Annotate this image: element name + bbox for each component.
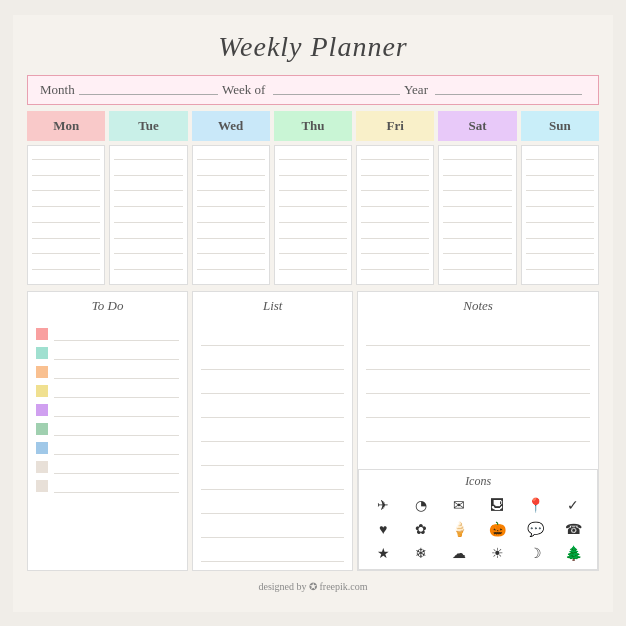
planner-title: Weekly Planner xyxy=(27,31,599,63)
schedule-col-wed xyxy=(192,145,270,285)
todo-item-9 xyxy=(36,479,179,493)
schedule-col-sat xyxy=(438,145,516,285)
todo-item-1 xyxy=(36,327,179,341)
schedule-grid xyxy=(27,145,599,285)
month-label: Month xyxy=(40,82,75,98)
icons-section: Icons ✈ ◔ ✉ ⛾ 📍 ✓ ♥ ✿ 🍦 🎃 💬 ☎ ★ ❄ ☁ xyxy=(358,469,598,570)
todo-item-3 xyxy=(36,365,179,379)
schedule-col-thu xyxy=(274,145,352,285)
bottom-section: To Do xyxy=(27,291,599,571)
day-thu: Thu xyxy=(274,111,352,141)
planner-container: Weekly Planner Month Week of Year Mon Tu… xyxy=(13,15,613,612)
todo-line-2 xyxy=(54,346,179,360)
notes-lines-area xyxy=(358,318,598,465)
todo-item-4 xyxy=(36,384,179,398)
week-of-field: Week of xyxy=(222,82,404,98)
todo-line-3 xyxy=(54,365,179,379)
icon-pumpkin: 🎃 xyxy=(479,519,515,541)
icon-gear: ✿ xyxy=(403,519,439,541)
schedule-col-tue xyxy=(109,145,187,285)
todo-checkbox-6[interactable] xyxy=(36,423,48,435)
list-line-9 xyxy=(201,518,344,538)
notes-line-4 xyxy=(366,398,590,418)
todo-line-9 xyxy=(54,479,179,493)
todo-item-6 xyxy=(36,422,179,436)
year-label: Year xyxy=(404,82,428,98)
icons-header: Icons xyxy=(359,470,597,491)
month-line xyxy=(79,85,218,95)
todo-line-8 xyxy=(54,460,179,474)
day-wed: Wed xyxy=(192,111,270,141)
days-row: Mon Tue Wed Thu Fri Sat Sun xyxy=(27,111,599,141)
icon-snowflake: ❄ xyxy=(403,543,439,565)
list-line-7 xyxy=(201,470,344,490)
schedule-col-mon xyxy=(27,145,105,285)
todo-checkbox-2[interactable] xyxy=(36,347,48,359)
todo-item-8 xyxy=(36,460,179,474)
todo-line-7 xyxy=(54,441,179,455)
icon-tree: 🌲 xyxy=(555,543,591,565)
todo-checkbox-1[interactable] xyxy=(36,328,48,340)
icon-bubble: 💬 xyxy=(517,519,553,541)
icon-plane: ✈ xyxy=(365,495,401,517)
week-of-label: Week of xyxy=(222,82,265,98)
todo-checkbox-9[interactable] xyxy=(36,480,48,492)
list-line-2 xyxy=(201,350,344,370)
icon-moon: ☽ xyxy=(517,543,553,565)
notes-line-1 xyxy=(366,326,590,346)
list-line-4 xyxy=(201,398,344,418)
icon-pin: 📍 xyxy=(517,495,553,517)
todo-checkbox-3[interactable] xyxy=(36,366,48,378)
icon-clock: ◔ xyxy=(403,495,439,517)
year-field: Year xyxy=(404,82,586,98)
week-of-line xyxy=(273,85,400,95)
icon-phone: ☎ xyxy=(555,519,591,541)
icon-envelope: ✉ xyxy=(441,495,477,517)
icon-sun: ☀ xyxy=(479,543,515,565)
notes-line-5 xyxy=(366,422,590,442)
list-line-10 xyxy=(201,542,344,562)
icons-grid: ✈ ◔ ✉ ⛾ 📍 ✓ ♥ ✿ 🍦 🎃 💬 ☎ ★ ❄ ☁ ☀ ☽ xyxy=(359,491,597,569)
todo-item-7 xyxy=(36,441,179,455)
icon-icecream: 🍦 xyxy=(441,519,477,541)
day-sun: Sun xyxy=(521,111,599,141)
icon-heart: ♥ xyxy=(365,519,401,541)
todo-checkbox-8[interactable] xyxy=(36,461,48,473)
list-col: List xyxy=(192,291,353,571)
day-sat: Sat xyxy=(438,111,516,141)
icon-check: ✓ xyxy=(555,495,591,517)
notes-header: Notes xyxy=(358,292,598,318)
todo-checkbox-4[interactable] xyxy=(36,385,48,397)
list-line-8 xyxy=(201,494,344,514)
footer: designed by ✪ freepik.com xyxy=(27,581,599,592)
day-mon: Mon xyxy=(27,111,105,141)
icon-cloud: ☁ xyxy=(441,543,477,565)
list-content xyxy=(193,318,352,570)
list-line-6 xyxy=(201,446,344,466)
list-line-3 xyxy=(201,374,344,394)
year-line xyxy=(435,85,582,95)
todo-line-5 xyxy=(54,403,179,417)
notes-col: Notes Icons ✈ ◔ ✉ ⛾ 📍 ✓ ♥ ✿ xyxy=(357,291,599,571)
footer-text: designed by ✪ freepik.com xyxy=(258,581,367,592)
month-field: Month xyxy=(40,82,222,98)
todo-line-1 xyxy=(54,327,179,341)
icon-cart: ⛾ xyxy=(479,495,515,517)
todo-checkbox-5[interactable] xyxy=(36,404,48,416)
todo-content xyxy=(28,318,187,502)
list-line-5 xyxy=(201,422,344,442)
list-header: List xyxy=(193,292,352,318)
header-row: Month Week of Year xyxy=(27,75,599,105)
day-tue: Tue xyxy=(109,111,187,141)
todo-col: To Do xyxy=(27,291,188,571)
todo-item-2 xyxy=(36,346,179,360)
icon-star: ★ xyxy=(365,543,401,565)
schedule-col-sun xyxy=(521,145,599,285)
notes-line-3 xyxy=(366,374,590,394)
notes-line-2 xyxy=(366,350,590,370)
todo-line-4 xyxy=(54,384,179,398)
schedule-col-fri xyxy=(356,145,434,285)
todo-checkbox-7[interactable] xyxy=(36,442,48,454)
todo-line-6 xyxy=(54,422,179,436)
todo-item-5 xyxy=(36,403,179,417)
